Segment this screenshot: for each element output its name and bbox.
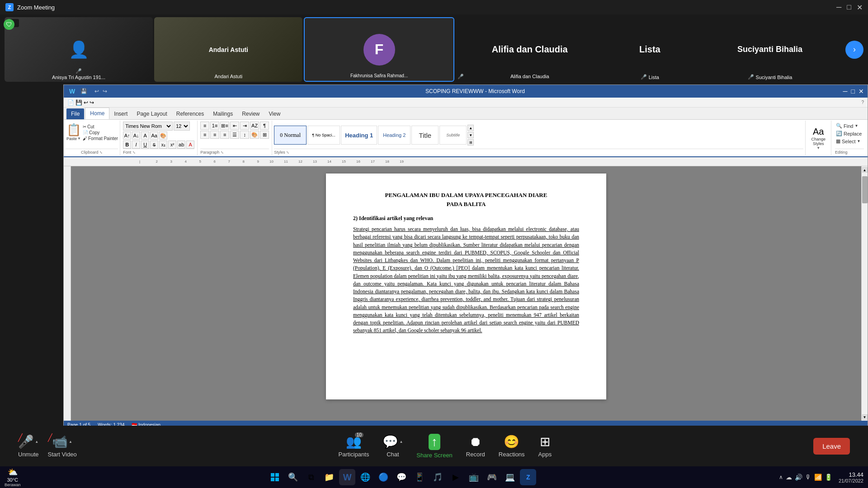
font-size-select[interactable]: 12	[174, 122, 190, 131]
speaker-icon[interactable]: 🔊	[795, 474, 802, 481]
bold-button[interactable]: B	[123, 141, 131, 149]
close-button[interactable]: ✕	[857, 3, 863, 12]
participant-tile-andari[interactable]: Andari Astuti Andari Astuti	[154, 17, 302, 82]
underline-button[interactable]: U	[141, 141, 149, 149]
font-family-select[interactable]: Times New Rom	[123, 122, 173, 131]
taskbar-chat-button[interactable]: 💬	[393, 469, 410, 485]
word-close-button[interactable]: ✕	[859, 88, 864, 95]
participant-tile-lista[interactable]: Lista 🎤 Lista	[605, 17, 694, 82]
taskbar-chrome-button[interactable]: 🌐	[357, 469, 373, 485]
decrease-indent-button[interactable]: ⇤	[230, 122, 239, 130]
tab-review[interactable]: Review	[237, 108, 264, 119]
start-button[interactable]	[267, 469, 283, 485]
font-color-button[interactable]: A	[186, 141, 194, 149]
tray-arrow-icon[interactable]: ∧	[779, 474, 783, 480]
document-scroll-area[interactable]: PENGALAMAN IBU DALAM UPAYA PENCEGAHAN DI…	[71, 166, 861, 421]
clear-format-button[interactable]: A	[141, 131, 149, 140]
minimize-button[interactable]: ─	[836, 3, 841, 12]
participant-tile-fakhrunisa[interactable]: F Fakhrunisa Safira Rahmad...	[304, 17, 454, 82]
font-color-icon-button[interactable]: 🎨	[159, 131, 167, 140]
taskbar-whatsapp-button[interactable]: 📱	[411, 469, 428, 485]
justify-button[interactable]: ☰	[230, 131, 239, 139]
mic-tray-icon[interactable]: 🎙	[805, 474, 811, 481]
style-title[interactable]: Title	[411, 126, 439, 145]
search-button[interactable]: 🔍	[285, 469, 301, 485]
participants-button[interactable]: 👥 10 Participants	[339, 434, 369, 458]
find-button[interactable]: 🔍Find▼	[835, 122, 864, 129]
style-normal[interactable]: 0 Normal	[274, 126, 307, 145]
word-minimize-button[interactable]: ─	[843, 88, 848, 95]
paste-button[interactable]: 📋 Paste ▼	[66, 122, 82, 142]
tab-file[interactable]: File	[66, 108, 84, 119]
tab-home[interactable]: Home	[85, 108, 109, 119]
style-no-spacing[interactable]: ¶ No Spaci...	[307, 126, 340, 145]
tab-view[interactable]: View	[264, 108, 285, 119]
word-restore-button[interactable]: □	[851, 88, 855, 95]
sort-button[interactable]: AZ	[250, 122, 259, 130]
superscript-button[interactable]: x²	[168, 141, 176, 149]
borders-button[interactable]: ⊞	[260, 131, 269, 139]
replace-button[interactable]: 🔄Replace	[835, 130, 864, 137]
unmute-button[interactable]: 🎤 ▲ Unmute ╱	[18, 434, 39, 458]
leave-button[interactable]: Leave	[813, 438, 850, 455]
change-styles-button[interactable]: Aa Change Styles ▼	[807, 122, 829, 155]
taskbar-app3-button[interactable]: 🎮	[484, 469, 500, 485]
cut-button[interactable]: ✂Cut	[83, 124, 118, 129]
word-undo-icon[interactable]: ↩	[84, 99, 88, 106]
highlight-button[interactable]: ab	[177, 141, 185, 149]
cloud-icon[interactable]: ☁	[786, 474, 792, 481]
participant-tile-alifia[interactable]: Alifia dan Claudia 🎤 Alifia dan Claudia	[456, 17, 604, 82]
multilevel-button[interactable]: ⊞≡	[220, 122, 229, 130]
show-hide-button[interactable]: ¶	[260, 122, 269, 130]
style-heading1[interactable]: Heading 1	[341, 126, 377, 145]
participant-tile-anisya[interactable]: 👤 🎤 Anisya Tri Agustin 191... ●	[5, 17, 153, 82]
scroll-down-button[interactable]: ▼	[862, 414, 868, 420]
tab-mailings[interactable]: Mailings	[208, 108, 237, 119]
shading-button[interactable]: 🎨	[250, 131, 259, 139]
style-heading2[interactable]: Heading 2	[378, 126, 410, 145]
scroll-up-button[interactable]: ▲	[862, 167, 868, 173]
grow-font-button[interactable]: A↑	[123, 131, 131, 140]
align-center-button[interactable]: ≡	[210, 131, 219, 139]
copy-button[interactable]: 📄Copy	[83, 130, 118, 135]
file-explorer-button[interactable]: 📁	[321, 469, 337, 485]
tab-references[interactable]: References	[172, 108, 208, 119]
change-case-button[interactable]: Aa	[150, 131, 158, 140]
numbering-button[interactable]: 1≡	[210, 122, 219, 130]
start-video-button[interactable]: 📹 ▲ Start Video ╱	[48, 434, 77, 458]
taskbar-browser2-button[interactable]: 🔵	[375, 469, 392, 485]
align-left-button[interactable]: ≡	[200, 131, 209, 139]
increase-indent-button[interactable]: ⇥	[240, 122, 249, 130]
maximize-button[interactable]: □	[847, 3, 851, 12]
shrink-font-button[interactable]: A↓	[132, 131, 140, 140]
subscript-button[interactable]: x₂	[159, 141, 167, 149]
taskbar-youtube-button[interactable]: ▶	[448, 469, 464, 485]
task-view-button[interactable]: ⧉	[303, 469, 319, 485]
format-painter-button[interactable]: 🖌Format Painter	[83, 136, 118, 141]
next-participant-button[interactable]: ›	[845, 41, 863, 59]
record-button[interactable]: ⏺ Record	[466, 434, 485, 458]
word-save-icon[interactable]: 💾	[75, 99, 82, 106]
tab-page-layout[interactable]: Page Layout	[132, 108, 171, 119]
taskbar-app1-button[interactable]: 🎵	[429, 469, 446, 485]
select-button[interactable]: ▦Select▼	[835, 138, 864, 145]
taskbar-app4-button[interactable]: 💻	[502, 469, 518, 485]
document-paragraph[interactable]: Strategi pencarian harus secara menyelur…	[353, 225, 579, 335]
reactions-button[interactable]: 😊 Reactions	[499, 434, 525, 458]
align-right-button[interactable]: ≡	[220, 131, 229, 139]
taskbar-app2-button[interactable]: 📺	[466, 469, 482, 485]
styles-scroll-down[interactable]: ▼	[467, 132, 474, 138]
apps-button[interactable]: ⊞ Apps	[538, 434, 552, 458]
taskbar-word-button[interactable]: W	[339, 469, 355, 485]
italic-button[interactable]: I	[132, 141, 140, 149]
tab-insert[interactable]: Insert	[109, 108, 132, 119]
styles-more[interactable]: ⊞	[467, 139, 474, 145]
participant-tile-suciyanti[interactable]: Suciyanti Bihalia 🎤 Suciyanti Bihalia	[696, 17, 844, 82]
vertical-scrollbar[interactable]: ▲ ▼	[861, 166, 868, 421]
share-screen-button[interactable]: ↑ Share Screen	[416, 434, 453, 459]
styles-scroll-up[interactable]: ▲	[467, 125, 474, 131]
network-icon[interactable]: 📶	[814, 474, 822, 481]
style-subtitle[interactable]: Subtitle	[439, 126, 467, 145]
taskbar-zoom-button[interactable]: Z	[520, 469, 536, 485]
word-redo-icon[interactable]: ↪	[90, 99, 94, 106]
